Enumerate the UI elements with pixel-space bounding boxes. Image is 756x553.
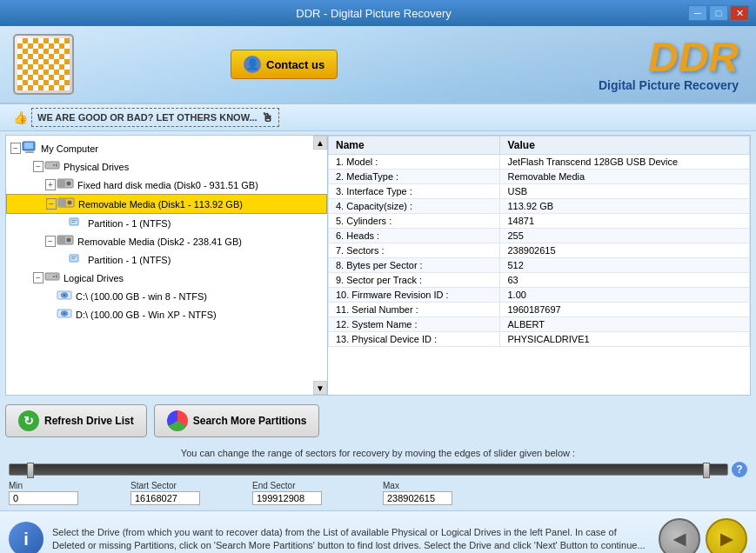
- back-button[interactable]: ◀: [659, 518, 700, 553]
- sector-info-text: You can change the range of sectors for …: [9, 448, 747, 458]
- tree-item-label: Partition - 1 (NTFS): [88, 255, 171, 265]
- brand-title: DDR: [599, 37, 739, 78]
- table-row: 13. Physical Device ID :PHYSICALDRIVE1: [329, 332, 750, 347]
- slider-row: ?: [9, 462, 747, 477]
- start-sector-col: Start Sector 16168027: [130, 481, 226, 505]
- tree-item-label: Logical Drives: [64, 273, 124, 283]
- tree-item-icon: [44, 159, 60, 174]
- detail-name-cell: 9. Sector per Track :: [329, 273, 500, 288]
- detail-name-cell: 8. Bytes per Sector :: [329, 258, 500, 273]
- end-sector-value: 199912908: [252, 491, 322, 505]
- status-text: Select the Drive (from which you want to…: [52, 526, 650, 553]
- detail-value-cell: 255: [500, 229, 750, 243]
- drive-tree-panel[interactable]: −My Computer−Physical Drives+Fixed hard …: [6, 136, 328, 395]
- detail-name-cell: 4. Capacity(size) :: [329, 199, 500, 214]
- contact-icon: 👤: [244, 56, 261, 73]
- detail-value-cell: 1.00: [500, 288, 750, 303]
- tree-item[interactable]: −Removable Media (Disk2 - 238.41 GB): [6, 232, 327, 250]
- svg-rect-5: [56, 163, 57, 167]
- table-row: 10. Firmware Revision ID :1.00: [329, 288, 750, 303]
- svg-rect-8: [58, 180, 65, 187]
- min-label: Min: [9, 481, 23, 490]
- help-icon[interactable]: ?: [732, 462, 747, 477]
- table-row: 7. Sectors :238902615: [329, 243, 750, 258]
- svg-rect-15: [71, 222, 75, 223]
- tree-item[interactable]: Partition - 1 (NTFS): [6, 250, 327, 269]
- detail-value-cell: 113.92 GB: [500, 199, 750, 214]
- tree-expander[interactable]: −: [45, 199, 57, 209]
- tree-item[interactable]: −Physical Drives: [6, 157, 327, 176]
- tree-item-label: C:\ (100.00 GB - win 8 - NTFS): [76, 291, 207, 302]
- logo-checkerboard: [17, 38, 70, 90]
- detail-value-cell: USB: [500, 184, 750, 199]
- refresh-button[interactable]: ↻ Refresh Drive List: [5, 404, 147, 437]
- slider-thumb-right[interactable]: [703, 463, 710, 478]
- tree-item-label: My Computer: [41, 143, 98, 154]
- table-row: 1. Model :JetFlash Transcend 128GB USB D…: [329, 155, 750, 170]
- minimize-button[interactable]: ─: [688, 5, 707, 21]
- tree-item-icon: [57, 197, 75, 211]
- detail-value-cell: Removable Media: [500, 170, 750, 184]
- detail-value-cell: 1960187697: [500, 303, 750, 317]
- tree-expander[interactable]: −: [44, 237, 57, 246]
- start-sector-label: Start Sector: [130, 481, 177, 490]
- table-row: 8. Bytes per Sector :512: [329, 258, 750, 273]
- tree-item[interactable]: −Logical Drives: [6, 269, 327, 287]
- tree-item-icon: [57, 234, 74, 249]
- maximize-button[interactable]: □: [709, 5, 728, 21]
- tree-item-label: Physical Drives: [64, 162, 129, 172]
- tree-expander[interactable]: −: [32, 162, 44, 171]
- tree-item-label: Fixed hard disk media (Disk0 - 931.51 GB…: [77, 180, 258, 190]
- sector-slider[interactable]: [9, 463, 728, 476]
- brand-area: DDR Digital Picture Recovery: [599, 37, 739, 92]
- close-button[interactable]: ✕: [730, 5, 749, 21]
- drive-details-panel: Name Value 1. Model :JetFlash Transcend …: [328, 136, 750, 395]
- tree-item[interactable]: Partition - 1 (NTFS): [6, 214, 327, 232]
- tree-item-label: D:\ (100.00 GB - Win XP - NTFS): [76, 310, 217, 320]
- scroll-down-button[interactable]: ▼: [313, 381, 327, 395]
- tree-item-icon: [57, 177, 74, 192]
- table-row: 4. Capacity(size) :113.92 GB: [329, 199, 750, 214]
- tree-item[interactable]: −My Computer: [6, 139, 327, 157]
- tree-item-label: Partition - 1 (NTFS): [88, 218, 171, 229]
- tree-item[interactable]: +Fixed hard disk media (Disk0 - 931.51 G…: [6, 176, 327, 194]
- tree-line: [22, 272, 30, 284]
- tree-item-label: Removable Media (Disk1 - 113.92 GB): [78, 199, 243, 210]
- rating-text[interactable]: WE ARE GOOD OR BAD? LET OTHERS KNOW... 🖱: [31, 108, 279, 127]
- detail-name-cell: 1. Model :: [329, 155, 500, 170]
- svg-point-18: [67, 238, 71, 243]
- table-row: 2. MediaType :Removable Media: [329, 170, 750, 184]
- refresh-icon: ↻: [18, 410, 39, 431]
- contact-button[interactable]: 👤 Contact us: [231, 50, 338, 79]
- svg-rect-20: [71, 257, 77, 257]
- detail-value-cell: 238902615: [500, 243, 750, 258]
- tree-item[interactable]: D:\ (100.00 GB - Win XP - NTFS): [6, 305, 327, 323]
- detail-name-cell: 2. MediaType :: [329, 170, 500, 184]
- tree-expander[interactable]: −: [10, 143, 22, 153]
- tree-item-icon: [22, 141, 37, 156]
- detail-value-cell: 14871: [500, 214, 750, 229]
- tree-line: [34, 309, 43, 321]
- end-sector-col: End Sector 199912908: [252, 481, 365, 505]
- svg-rect-1: [24, 143, 33, 149]
- svg-point-24: [53, 276, 55, 277]
- info-icon: i: [9, 522, 43, 553]
- scroll-up-button[interactable]: ▲: [313, 136, 327, 150]
- tree-expander[interactable]: −: [32, 273, 44, 283]
- detail-value-cell: ALBERT: [500, 317, 750, 332]
- start-sector-value: 16168027: [130, 491, 200, 505]
- search-partitions-button[interactable]: Search More Partitions: [154, 404, 320, 437]
- tree-item[interactable]: −Removable Media (Disk1 - 113.92 GB): [6, 194, 327, 214]
- tree-item-icon: [57, 289, 72, 303]
- tree-line: [35, 198, 43, 210]
- tree-item-icon: [44, 270, 60, 285]
- slider-thumb-left[interactable]: [27, 463, 34, 478]
- tree-item[interactable]: C:\ (100.00 GB - win 8 - NTFS): [6, 287, 327, 305]
- detail-name-cell: 5. Cylinders :: [329, 214, 500, 229]
- tree-expander[interactable]: +: [44, 180, 57, 190]
- next-button[interactable]: ▶: [706, 518, 747, 553]
- brand-subtitle: Digital Picture Recovery: [599, 78, 739, 92]
- svg-rect-3: [25, 152, 34, 154]
- svg-point-6: [53, 164, 55, 166]
- title-bar: DDR - Digital Picture Recovery ─ □ ✕: [0, 0, 756, 26]
